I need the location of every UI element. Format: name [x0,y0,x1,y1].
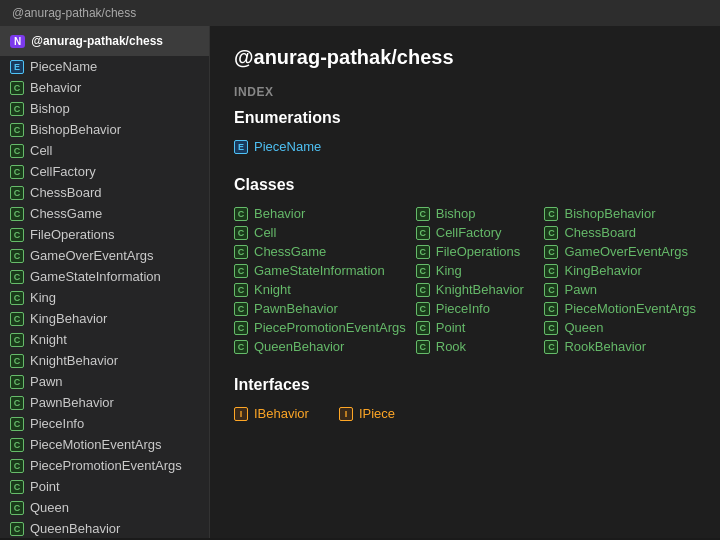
class-label: PiecePromotionEventArgs [254,320,406,335]
sidebar-item[interactable]: CPiecePromotionEventArgs [0,455,209,476]
sidebar-item[interactable]: CBehavior [0,77,209,98]
class-item[interactable]: CBehavior [234,204,406,223]
class-item[interactable]: CKnightBehavior [416,280,535,299]
sidebar-item[interactable]: CPieceMotionEventArgs [0,434,209,455]
sidebar-item-label: Pawn [30,374,63,389]
class-item[interactable]: CQueenBehavior [234,337,406,356]
class-item[interactable]: CRook [416,337,535,356]
class-item[interactable]: CPawnBehavior [234,299,406,318]
classes-col2: CBishopCCellFactoryCFileOperationsCKingC… [416,204,535,356]
class-label: QueenBehavior [254,339,344,354]
sidebar-badge: C [10,312,24,326]
class-item[interactable]: CKing [416,261,535,280]
sidebar-item[interactable]: CPoint [0,476,209,497]
sidebar-badge: C [10,291,24,305]
sidebar-item[interactable]: CKnight [0,329,209,350]
sidebar-badge: C [10,417,24,431]
interface-item[interactable]: IIPiece [339,404,395,423]
sidebar-badge: C [10,480,24,494]
class-item[interactable]: CPieceInfo [416,299,535,318]
class-label: PawnBehavior [254,301,338,316]
classes-title: Classes [234,176,696,194]
sidebar-badge: C [10,228,24,242]
class-item[interactable]: CRookBehavior [544,337,696,356]
class-label: Point [436,320,466,335]
sidebar-item[interactable]: CCell [0,140,209,161]
sidebar-item-label: GameOverEventArgs [30,248,154,263]
interfaces-section: Interfaces IIBehaviorIIPiece [234,376,696,423]
class-item[interactable]: CChessGame [234,242,406,261]
sidebar-item[interactable]: CPawnBehavior [0,392,209,413]
classes-col1: CBehaviorCCellCChessGameCGameStateInform… [234,204,406,356]
sidebar-item[interactable]: CPieceInfo [0,413,209,434]
class-badge: C [416,245,430,259]
class-label: King [436,263,462,278]
interface-badge: I [234,407,248,421]
sidebar-badge: C [10,123,24,137]
enum-label: PieceName [254,139,321,154]
sidebar-item-label: KnightBehavior [30,353,118,368]
sidebar-item[interactable]: CGameOverEventArgs [0,245,209,266]
class-label: ChessGame [254,244,326,259]
class-item[interactable]: CChessBoard [544,223,696,242]
class-item[interactable]: CCellFactory [416,223,535,242]
enum-item[interactable]: EPieceName [234,137,696,156]
classes-col3: CBishopBehaviorCChessBoardCGameOverEvent… [544,204,696,356]
sidebar-item-label: Cell [30,143,52,158]
class-item[interactable]: CPiecePromotionEventArgs [234,318,406,337]
sidebar-item[interactable]: CQueen [0,497,209,518]
class-item[interactable]: CPoint [416,318,535,337]
class-item[interactable]: CFileOperations [416,242,535,261]
sidebar-badge: C [10,459,24,473]
sidebar-badge: C [10,333,24,347]
enum-badge: E [234,140,248,154]
class-badge: C [544,264,558,278]
class-label: RookBehavior [564,339,646,354]
sidebar-item-label: Knight [30,332,67,347]
class-item[interactable]: CGameOverEventArgs [544,242,696,261]
sidebar-item[interactable]: CChessBoard [0,182,209,203]
sidebar-items-list: EPieceNameCBehaviorCBishopCBishopBehavio… [0,56,209,538]
class-item[interactable]: CPawn [544,280,696,299]
sidebar-item[interactable]: CBishopBehavior [0,119,209,140]
title-bar-text: @anurag-pathak/chess [12,6,136,20]
sidebar-item[interactable]: CPawn [0,371,209,392]
sidebar-badge: C [10,144,24,158]
main-title: @anurag-pathak/chess [234,46,696,69]
class-badge: C [234,302,248,316]
interface-badge: I [339,407,353,421]
sidebar-item-label: KingBehavior [30,311,107,326]
sidebar-item[interactable]: CKing [0,287,209,308]
interface-item[interactable]: IIBehavior [234,404,309,423]
class-item[interactable]: CKnight [234,280,406,299]
sidebar-item[interactable]: EPieceName [0,56,209,77]
sidebar-item[interactable]: CKnightBehavior [0,350,209,371]
sidebar-item-label: GameStateInformation [30,269,161,284]
sidebar-item-label: PawnBehavior [30,395,114,410]
class-item[interactable]: CCell [234,223,406,242]
sidebar-item[interactable]: CFileOperations [0,224,209,245]
class-label: ChessBoard [564,225,636,240]
sidebar-item[interactable]: CChessGame [0,203,209,224]
sidebar-item[interactable]: CCellFactory [0,161,209,182]
main-content: @anurag-pathak/chess INDEX Enumerations … [210,26,720,538]
class-label: BishopBehavior [564,206,655,221]
sidebar-item[interactable]: CQueenBehavior [0,518,209,538]
class-badge: C [416,321,430,335]
class-item[interactable]: CPieceMotionEventArgs [544,299,696,318]
sidebar-item[interactable]: CGameStateInformation [0,266,209,287]
class-item[interactable]: CKingBehavior [544,261,696,280]
sidebar-badge: C [10,207,24,221]
class-item[interactable]: CBishop [416,204,535,223]
class-badge: C [416,340,430,354]
sidebar-item-label: Bishop [30,101,70,116]
index-label: INDEX [234,85,696,99]
sidebar-badge: C [10,501,24,515]
sidebar-item-label: King [30,290,56,305]
sidebar-item[interactable]: CBishop [0,98,209,119]
class-item[interactable]: CQueen [544,318,696,337]
sidebar-item[interactable]: CKingBehavior [0,308,209,329]
sidebar-header[interactable]: N @anurag-pathak/chess [0,26,209,56]
class-item[interactable]: CGameStateInformation [234,261,406,280]
class-item[interactable]: CBishopBehavior [544,204,696,223]
